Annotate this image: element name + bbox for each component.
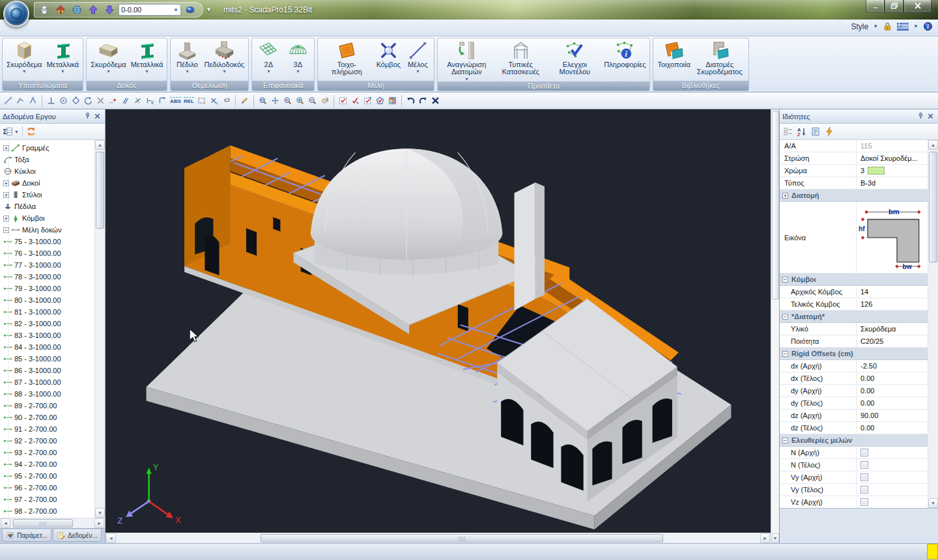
ribbon-button[interactable]: Μέλος ▼ xyxy=(404,40,431,74)
toolbar-item[interactable] xyxy=(251,95,257,107)
minimize-button[interactable] xyxy=(866,0,885,12)
toolbar-item[interactable] xyxy=(319,95,331,106)
checkbox[interactable] xyxy=(860,486,868,494)
scrollbar-thumb[interactable] xyxy=(772,111,779,300)
tree-item[interactable]: 89 - 2-700.00 xyxy=(0,400,94,412)
toolbar-item[interactable] xyxy=(362,95,374,106)
ribbon-tab[interactable] xyxy=(103,30,120,36)
tree-item[interactable]: + Δοκοί xyxy=(0,177,94,189)
snap-line-icon[interactable] xyxy=(3,95,14,106)
info-icon[interactable] xyxy=(923,21,933,31)
select-confirm-icon[interactable] xyxy=(337,95,348,106)
snap-polar-icon[interactable] xyxy=(157,95,168,106)
property-value[interactable]: B-3d xyxy=(857,177,928,189)
ribbon-button[interactable]: 3Δ ▼ xyxy=(284,40,311,74)
toolbar-item[interactable] xyxy=(233,95,238,107)
ribbon-button[interactable]: Ελεγχοι Μοντέλου ▼ xyxy=(548,40,601,76)
toolbar-item[interactable] xyxy=(257,95,269,106)
scroll-up-icon[interactable]: ▲ xyxy=(95,140,105,150)
sort-az-icon[interactable] xyxy=(797,126,807,137)
toolbar-item[interactable] xyxy=(195,95,208,106)
close-button[interactable] xyxy=(903,0,931,12)
toolbar-item[interactable] xyxy=(45,95,57,106)
checkbox[interactable] xyxy=(860,473,868,481)
section-expander[interactable]: − xyxy=(782,351,788,357)
tree-item[interactable]: − Μέλη δοκών xyxy=(0,224,94,236)
property-value[interactable]: 0.00 xyxy=(857,397,928,409)
tree-expander[interactable]: + xyxy=(3,192,9,198)
toolbar-item[interactable]: ABS xyxy=(169,97,182,104)
toolbar-item[interactable] xyxy=(156,95,169,106)
tree-item[interactable]: 93 - 2-700.00 xyxy=(0,447,94,458)
ribbon-button[interactable]: Σκυρόδεμα ▼ xyxy=(5,40,43,74)
zoom-previous-icon[interactable] xyxy=(282,95,293,106)
ribbon-button[interactable]: Αναγνώριση Διατομών ▼ xyxy=(440,40,492,81)
toolbar-item[interactable] xyxy=(2,95,14,106)
chevron-down-icon[interactable]: ▼ xyxy=(185,69,190,74)
snap-angle-icon[interactable] xyxy=(27,95,38,106)
tree-item[interactable]: 82 - 3-1000.00 xyxy=(0,318,94,329)
chevron-down-icon[interactable]: ▼ xyxy=(106,69,111,74)
tree-item[interactable]: 84 - 3-1000.00 xyxy=(0,341,94,353)
ribbon-tab[interactable] xyxy=(171,30,188,36)
chevron-down-icon[interactable]: ▼ xyxy=(266,69,271,74)
tree-item[interactable]: 81 - 3-1000.00 xyxy=(0,306,94,318)
toolbar-item[interactable]: REL xyxy=(182,97,195,104)
tree-item[interactable]: 97 - 2-700.00 xyxy=(0,494,94,505)
scrollbar-thumb[interactable] xyxy=(13,519,73,527)
property-value[interactable]: 0.00 xyxy=(857,385,928,397)
tree-item[interactable]: 87 - 3-1000.00 xyxy=(0,376,94,388)
toolbar-item[interactable] xyxy=(386,95,399,106)
tree-item[interactable]: 79 - 3-1000.00 xyxy=(0,283,94,294)
toolbar-item[interactable] xyxy=(119,95,132,106)
chevron-down-icon[interactable]: ▼ xyxy=(61,69,65,74)
ribbon-tab[interactable] xyxy=(137,30,154,36)
scroll-down-icon[interactable]: ▼ xyxy=(772,533,779,543)
tree-horizontal-scrollbar[interactable]: ◄ ► xyxy=(0,518,105,528)
snap-intersection-icon[interactable] xyxy=(95,95,106,106)
scrollbar-thumb[interactable] xyxy=(929,152,937,262)
toolbar-item[interactable] xyxy=(269,95,281,106)
scrollbar-thumb[interactable] xyxy=(96,152,104,229)
lock-icon[interactable] xyxy=(883,21,892,31)
ribbon-button[interactable]: Μεταλλικά ▼ xyxy=(130,40,165,74)
tree-item[interactable]: + Στύλοι xyxy=(0,189,94,201)
property-value[interactable]: Σκυρόδεμα xyxy=(857,323,928,335)
redo-icon[interactable] xyxy=(418,95,429,106)
tree-vertical-scrollbar[interactable]: ▲ ▼ xyxy=(94,140,105,518)
viewport-vertical-scrollbar[interactable]: ▼ xyxy=(771,109,779,543)
property-section[interactable]: − *Διατομή* xyxy=(780,311,928,323)
tree-item[interactable]: 76 - 3-1000.00 xyxy=(0,247,94,259)
tree-item[interactable]: 78 - 3-1000.00 xyxy=(0,271,94,283)
scroll-up-icon[interactable]: ▲ xyxy=(928,140,938,150)
tree-item[interactable]: 83 - 3-1000.00 xyxy=(0,329,94,341)
toolbar-item[interactable] xyxy=(70,95,82,106)
render-sphere-icon[interactable] xyxy=(183,3,197,16)
checkbox[interactable] xyxy=(860,461,868,469)
color-swatch[interactable] xyxy=(868,167,885,175)
toolbar-item[interactable] xyxy=(417,95,429,106)
chevron-down-icon[interactable]: ▼ xyxy=(296,69,300,74)
zoom-in-icon[interactable] xyxy=(294,95,306,106)
ribbon-button[interactable]: Μεταλλικά ▼ xyxy=(45,40,80,74)
tree-item[interactable]: 98 - 2-700.00 xyxy=(0,505,94,517)
property-value[interactable]: 3 xyxy=(857,165,928,176)
pin-icon[interactable] xyxy=(83,111,92,121)
tree-item[interactable]: 88 - 3-1000.00 xyxy=(0,388,94,400)
tree-item[interactable]: + Γραμμές xyxy=(0,142,94,154)
toolbar-item[interactable] xyxy=(331,95,337,107)
tree-item[interactable]: + Κόμβοι xyxy=(0,212,94,224)
chevron-down-icon[interactable]: ▼ xyxy=(913,23,918,29)
tree-expander[interactable]: − xyxy=(3,227,9,233)
property-pages-icon[interactable] xyxy=(810,126,821,137)
toolbar-item[interactable] xyxy=(337,95,349,106)
toolbar-item[interactable] xyxy=(27,95,39,106)
tree-item[interactable]: 77 - 3-1000.00 xyxy=(0,259,94,271)
tree-item[interactable]: 85 - 3-1000.00 xyxy=(0,353,94,365)
property-value[interactable]: 115 xyxy=(857,140,928,152)
property-section[interactable]: − Κόμβοι xyxy=(780,273,928,286)
snap-parallel-icon[interactable] xyxy=(120,95,131,106)
tree-item[interactable]: 96 - 2-700.00 xyxy=(0,482,94,494)
snap-rotate-icon[interactable] xyxy=(83,95,94,106)
property-value[interactable]: 14 xyxy=(857,286,928,298)
